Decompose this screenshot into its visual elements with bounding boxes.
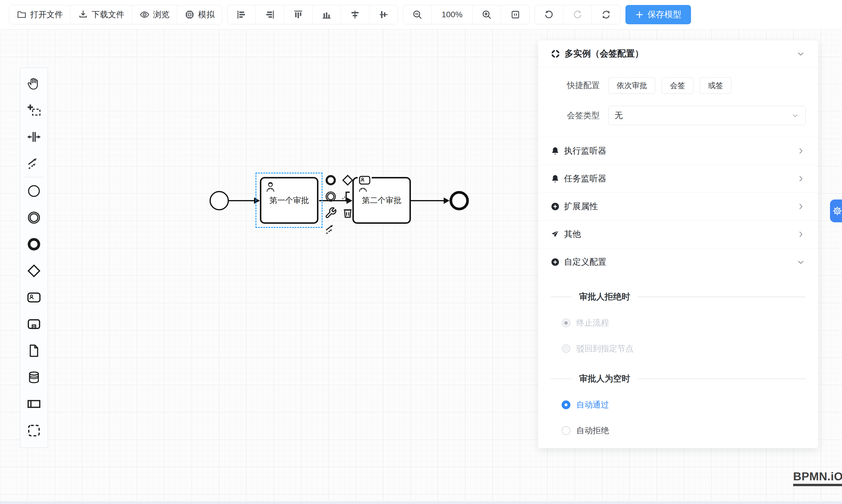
redo-button[interactable] xyxy=(563,5,592,24)
gear-icon xyxy=(832,206,842,216)
file-icon xyxy=(27,343,41,358)
radio-icon xyxy=(562,426,571,435)
sequence-flow-1[interactable] xyxy=(229,200,255,201)
file-actions-group: 打开文件 下载文件 浏览 模拟 xyxy=(9,5,222,24)
task-node-first-approval[interactable]: 第一个审批 xyxy=(260,177,318,224)
save-model-button[interactable]: 保存模型 xyxy=(626,5,691,24)
intermediate-event-icon xyxy=(27,210,41,225)
append-intermediate-event-button[interactable] xyxy=(324,190,338,203)
section-execution-listener[interactable]: 执行监听器 xyxy=(538,137,818,165)
zoom-out-icon xyxy=(412,10,423,20)
reject-title-text: 审批人拒绝时 xyxy=(579,291,630,303)
zoom-in-button[interactable] xyxy=(473,5,501,24)
context-pad-spacer xyxy=(358,206,372,220)
append-gateway-button[interactable] xyxy=(341,173,355,187)
hand-icon xyxy=(27,76,41,91)
settings-tab[interactable] xyxy=(830,199,842,222)
top-toolbar: 打开文件 下载文件 浏览 模拟 xyxy=(0,0,842,29)
panel-header-multi-instance[interactable]: 多实例（会签配置） xyxy=(538,40,818,67)
sign-type-select[interactable]: 无 xyxy=(609,106,806,125)
palette-start-event[interactable] xyxy=(20,178,48,204)
align-middle-vertical-icon xyxy=(379,10,389,20)
bpmn-io-logo[interactable]: BPMN.iO xyxy=(793,470,842,486)
download-file-button[interactable]: 下载文件 xyxy=(71,5,132,24)
zoom-group: 100% xyxy=(403,5,530,24)
start-event-node[interactable] xyxy=(210,191,229,210)
chevron-down-icon xyxy=(796,49,806,59)
quick-option-sequential[interactable]: 依次审批 xyxy=(609,77,655,94)
sequence-flow-3[interactable] xyxy=(411,200,444,201)
connect-arrows-icon xyxy=(324,223,337,235)
gateway-icon xyxy=(341,174,354,186)
fit-viewport-button[interactable] xyxy=(501,5,529,24)
download-icon xyxy=(78,10,88,20)
align-center-horizontal-button[interactable] xyxy=(341,5,369,24)
palette-participant-pool[interactable] xyxy=(20,391,48,417)
section-extended-properties[interactable]: 扩展属性 xyxy=(538,193,818,220)
radio-icon xyxy=(562,400,571,409)
sign-type-label: 会签类型 xyxy=(550,110,600,121)
wrench-icon xyxy=(324,207,337,219)
radio-label: 自动通过 xyxy=(576,399,609,410)
section-task-listener[interactable]: 任务监听器 xyxy=(538,165,818,193)
pool-icon xyxy=(27,397,41,411)
delete-button[interactable] xyxy=(341,206,355,220)
undo-button[interactable] xyxy=(535,5,563,24)
end-event-icon xyxy=(324,174,337,186)
palette-file[interactable] xyxy=(20,337,48,364)
radio-return-to-node[interactable]: 驳回到指定节点 xyxy=(562,343,818,354)
quick-option-orsign[interactable]: 或签 xyxy=(700,77,731,94)
connect-tool[interactable] xyxy=(20,150,48,177)
palette-call-activity[interactable] xyxy=(20,311,48,337)
palette-gateway[interactable] xyxy=(20,257,48,284)
undo-icon xyxy=(544,10,554,20)
radio-auto-pass[interactable]: 自动通过 xyxy=(562,399,818,410)
gateway-icon xyxy=(27,264,41,278)
palette-user-task[interactable] xyxy=(20,284,48,311)
connect-button[interactable] xyxy=(324,222,338,236)
send-icon xyxy=(550,230,560,239)
fit-viewport-icon xyxy=(510,10,521,20)
quick-option-countersign[interactable]: 会签 xyxy=(662,77,693,94)
lasso-tool[interactable] xyxy=(20,97,48,123)
section-custom-config[interactable]: 自定义配置 xyxy=(538,248,818,276)
align-left-button[interactable] xyxy=(227,5,256,24)
align-middle-vertical-button[interactable] xyxy=(369,5,398,24)
palette-data-store[interactable] xyxy=(20,364,48,391)
palette-end-event[interactable] xyxy=(20,231,48,257)
append-task-button[interactable] xyxy=(358,173,372,187)
open-file-label: 打开文件 xyxy=(30,9,63,20)
chevron-right-icon xyxy=(796,229,806,239)
simulate-button[interactable]: 模拟 xyxy=(177,5,222,24)
align-top-button[interactable] xyxy=(284,5,313,24)
chevron-down-icon xyxy=(796,257,806,267)
bottom-accent-bar xyxy=(0,501,842,504)
section-label: 自定义配置 xyxy=(564,256,607,268)
palette-group[interactable] xyxy=(20,417,48,444)
hand-tool[interactable] xyxy=(20,70,48,97)
preview-label: 浏览 xyxy=(153,9,170,20)
change-type-button[interactable] xyxy=(324,206,338,220)
radio-terminate-process[interactable]: 终止流程 xyxy=(562,317,818,328)
section-other[interactable]: 其他 xyxy=(538,220,818,248)
align-bottom-button[interactable] xyxy=(313,5,341,24)
end-event-node[interactable] xyxy=(450,191,469,210)
intermediate-event-icon xyxy=(324,191,337,203)
palette-intermediate-event[interactable] xyxy=(20,204,48,231)
reject-section-title: 审批人拒绝时 xyxy=(550,291,806,303)
append-text-annotation-button[interactable] xyxy=(341,190,355,203)
connect-icon xyxy=(27,156,41,171)
chevron-down-icon xyxy=(791,111,800,120)
open-file-button[interactable]: 打开文件 xyxy=(9,5,71,24)
radio-auto-reject[interactable]: 自动拒绝 xyxy=(562,425,818,436)
append-end-event-button[interactable] xyxy=(324,173,338,187)
lasso-icon xyxy=(27,103,41,118)
align-group xyxy=(227,5,398,24)
align-right-button[interactable] xyxy=(256,5,284,24)
space-tool[interactable] xyxy=(20,123,48,150)
group-icon xyxy=(27,423,41,438)
preview-button[interactable]: 浏览 xyxy=(132,5,177,24)
reset-button[interactable] xyxy=(592,5,620,24)
zoom-out-button[interactable] xyxy=(403,5,432,24)
radio-icon xyxy=(562,344,571,353)
